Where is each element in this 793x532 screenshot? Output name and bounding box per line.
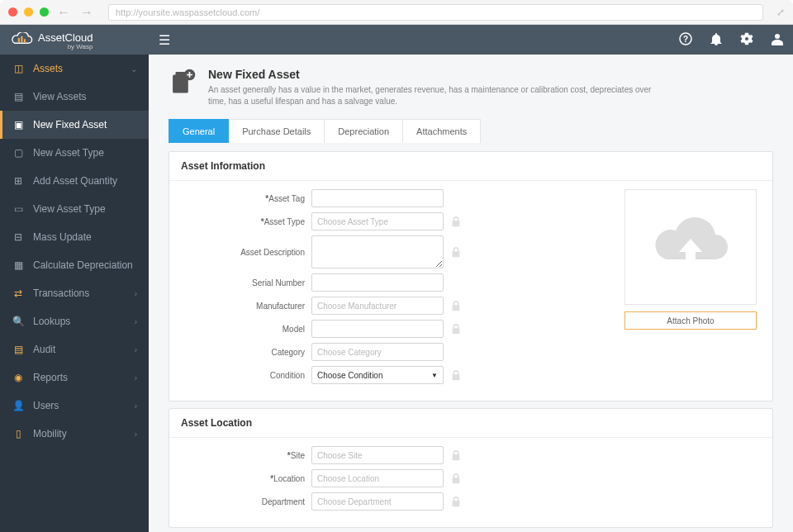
- svg-rect-0: [18, 38, 20, 43]
- chevron-right-icon: ›: [135, 373, 137, 382]
- asset-description-input[interactable]: [311, 235, 444, 268]
- nav-label: Audit: [33, 344, 55, 355]
- sidebar-item-new-fixed-asset[interactable]: ▣ New Fixed Asset: [0, 111, 149, 139]
- label-site: *Site: [181, 451, 305, 460]
- page-description: An asset generally has a value in the ma…: [208, 84, 671, 107]
- logo[interactable]: AssetCloud by Wasp: [10, 30, 149, 50]
- sidebar-item-new-asset-type[interactable]: ▢ New Asset Type: [0, 139, 149, 167]
- sidebar-item-view-asset-type[interactable]: ▭ View Asset Type: [0, 195, 149, 223]
- sidebar-item-view-assets[interactable]: ▤ View Assets: [0, 83, 149, 111]
- page-icon: [169, 68, 197, 96]
- label-manufacturer: Manufacturer: [181, 302, 305, 311]
- lock-icon: [450, 496, 462, 507]
- chevron-down-icon: ▼: [431, 372, 438, 379]
- nav-forward-icon[interactable]: →: [80, 5, 93, 20]
- assets-icon: ◫: [12, 62, 25, 75]
- users-icon: 👤: [12, 399, 25, 412]
- reports-icon: ◉: [12, 371, 25, 384]
- window-minimize[interactable]: [24, 7, 33, 17]
- attach-photo-button[interactable]: Attach Photo: [624, 311, 757, 330]
- view-type-icon: ▭: [12, 202, 25, 216]
- topbar: AssetCloud by Wasp ☰ ?: [0, 25, 793, 55]
- location-input[interactable]: [311, 469, 444, 487]
- nav-label: Reports: [33, 372, 68, 383]
- sidebar-item-mass-update[interactable]: ⊟ Mass Update: [0, 223, 149, 251]
- sidebar: ◫ Assets ⌄ ▤ View Assets ▣ New Fixed Ass…: [0, 25, 149, 532]
- serial-number-input[interactable]: [311, 273, 444, 292]
- user-icon[interactable]: [772, 32, 783, 48]
- url-bar[interactable]: http://yoursite.waspassetcloud.com/: [108, 4, 763, 21]
- lock-icon: [450, 449, 462, 461]
- nav-label: Calculate Depreciation: [33, 259, 133, 271]
- lock-icon: [450, 246, 462, 258]
- help-icon[interactable]: ?: [679, 32, 692, 48]
- expand-icon[interactable]: ⤢: [776, 7, 785, 18]
- lock-icon: [450, 369, 462, 381]
- hamburger-icon[interactable]: ☰: [159, 32, 170, 48]
- upload-cloud-icon: [649, 214, 732, 280]
- nav-section-audit[interactable]: ▤ Audit ›: [0, 335, 149, 363]
- tab-general[interactable]: General: [169, 119, 229, 143]
- logo-cloud-icon: [10, 32, 33, 47]
- svg-rect-7: [176, 72, 186, 76]
- page-title: New Fixed Asset: [208, 68, 671, 81]
- label-description: Asset Description: [181, 248, 305, 257]
- tab-depreciation[interactable]: Depreciation: [325, 119, 403, 143]
- asset-tag-input[interactable]: [311, 189, 444, 207]
- label-model: Model: [181, 325, 305, 334]
- select-value: Choose Condition: [317, 371, 383, 380]
- nav-label: Add Asset Quantity: [33, 175, 117, 187]
- transactions-icon: ⇄: [12, 287, 25, 300]
- nav-section-users[interactable]: 👤 Users ›: [0, 392, 149, 420]
- condition-select[interactable]: Choose Condition ▼: [311, 366, 444, 384]
- label-asset-type: *Asset Type: [181, 217, 305, 226]
- chevron-right-icon: ›: [135, 317, 137, 326]
- url-text: http://yoursite.waspassetcloud.com/: [116, 7, 259, 17]
- category-input[interactable]: [311, 343, 444, 361]
- site-input[interactable]: [311, 446, 444, 464]
- nav-section-lookups[interactable]: 🔍 Lookups ›: [0, 307, 149, 335]
- nav-label: View Assets: [33, 91, 86, 102]
- sidebar-item-add-asset-quantity[interactable]: ⊞ Add Asset Quantity: [0, 167, 149, 195]
- nav-back-icon[interactable]: ←: [57, 5, 70, 20]
- search-icon: 🔍: [12, 315, 25, 328]
- nav-section-transactions[interactable]: ⇄ Transactions ›: [0, 279, 149, 307]
- nav-label: View Asset Type: [33, 203, 106, 215]
- svg-text:?: ?: [683, 35, 688, 44]
- window-close[interactable]: [8, 7, 17, 17]
- window-maximize[interactable]: [40, 7, 49, 17]
- manufacturer-input[interactable]: [311, 297, 444, 315]
- sidebar-item-calculate-depreciation[interactable]: ▦ Calculate Depreciation: [0, 251, 149, 279]
- nav-label: Mobility: [33, 428, 67, 439]
- svg-rect-2: [24, 39, 26, 42]
- chevron-right-icon: ›: [135, 401, 137, 411]
- svg-point-5: [775, 34, 780, 39]
- calculator-icon: ▦: [12, 259, 25, 272]
- nav-label: Mass Update: [33, 231, 92, 243]
- chevron-right-icon: ›: [135, 289, 137, 298]
- type-icon: ▢: [12, 146, 25, 159]
- tab-attachments[interactable]: Attachments: [403, 119, 481, 143]
- nav-label: Lookups: [33, 316, 70, 327]
- nav-section-assets[interactable]: ◫ Assets ⌄: [0, 55, 149, 83]
- tab-purchase-details[interactable]: Purchase Details: [229, 119, 325, 143]
- asset-type-input[interactable]: [311, 212, 444, 230]
- label-department: Department: [181, 497, 305, 506]
- photo-placeholder: [624, 189, 757, 305]
- model-input[interactable]: [311, 320, 444, 338]
- card-header: Asset Information: [169, 152, 772, 181]
- quantity-icon: ⊞: [12, 174, 25, 188]
- department-input[interactable]: [311, 492, 444, 511]
- label-serial: Serial Number: [181, 278, 305, 287]
- mobility-icon: ▯: [12, 427, 25, 440]
- audit-icon: ▤: [12, 343, 25, 356]
- notifications-icon[interactable]: [710, 32, 722, 48]
- list-icon: ▤: [12, 90, 25, 103]
- nav-section-reports[interactable]: ◉ Reports ›: [0, 363, 149, 392]
- settings-icon[interactable]: [740, 32, 753, 48]
- card-header: Asset Location: [169, 409, 772, 438]
- page-header: New Fixed Asset An asset generally has a…: [169, 68, 773, 107]
- label-asset-tag: *Asset Tag: [181, 194, 305, 203]
- card-asset-location: Asset Location *Site *Location Departmen…: [169, 408, 773, 528]
- nav-section-mobility[interactable]: ▯ Mobility ›: [0, 420, 149, 448]
